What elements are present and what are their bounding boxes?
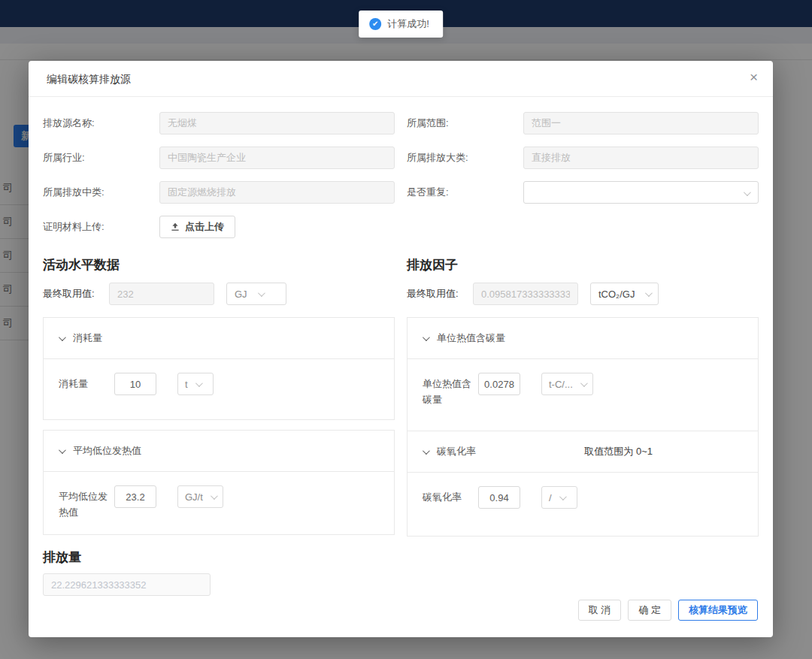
consumption-unit-select[interactable]: t xyxy=(177,373,214,395)
oxidation-rate-panel-header[interactable]: 碳氧化率 取值范围为 0~1 xyxy=(408,431,758,473)
carbon-content-unit-select[interactable]: t-C/... xyxy=(541,373,593,395)
oxidation-rate-unit-select[interactable]: / xyxy=(541,486,577,509)
collapse-chevron-icon xyxy=(423,447,430,455)
carbon-content-panel-body: 单位热值含碳量 t-C/... xyxy=(408,359,758,431)
dialog-header: 编辑碳核算排放源 × xyxy=(29,61,773,97)
upload-button-label: 点击上传 xyxy=(185,220,224,234)
confirm-button[interactable]: 确 定 xyxy=(628,600,671,621)
dialog-footer: 取 消 确 定 核算结果预览 xyxy=(29,600,773,637)
chevron-down-icon xyxy=(258,289,265,297)
heating-value-panel-header[interactable]: 平均低位发热值 xyxy=(44,431,394,472)
oxidation-rate-unit-value: / xyxy=(549,492,552,503)
carbon-content-panel-header[interactable]: 单位热值含碳量 xyxy=(408,318,758,359)
emission-major-category-label: 所属排放大类: xyxy=(407,151,523,165)
field-industry: 所属行业: xyxy=(43,147,395,169)
collapse-chevron-icon xyxy=(423,334,430,341)
emission-mid-category-input[interactable] xyxy=(159,181,395,204)
close-icon[interactable]: × xyxy=(750,70,758,84)
consumption-panel-title: 消耗量 xyxy=(73,331,102,345)
heating-value-row-label: 平均低位发热值 xyxy=(59,485,113,521)
field-emission-mid-category: 所属排放中类: xyxy=(43,181,395,204)
proof-upload-label: 证明材料上传: xyxy=(43,220,159,234)
is-duplicate-label: 是否重复: xyxy=(407,186,523,199)
collapse-chevron-icon xyxy=(59,334,66,341)
emission-amount-title: 排放量 xyxy=(43,549,759,566)
industry-input[interactable] xyxy=(159,147,395,169)
consumption-panel-body: 消耗量 t xyxy=(44,359,394,419)
cancel-button[interactable]: 取 消 xyxy=(578,600,622,621)
heating-value-unit-select[interactable]: GJ/t xyxy=(177,485,223,508)
consumption-panel-header[interactable]: 消耗量 xyxy=(44,318,394,359)
heating-value-panel: 平均低位发热值 平均低位发热值 GJ/t xyxy=(43,430,395,535)
preview-result-button[interactable]: 核算结果预览 xyxy=(678,600,758,621)
field-emission-major-category: 所属排放大类: xyxy=(407,147,759,169)
chevron-down-icon xyxy=(559,493,567,500)
factor-final-unit-select[interactable]: tCO₂/GJ xyxy=(590,283,659,305)
consumption-row-label: 消耗量 xyxy=(59,373,113,392)
factor-final-unit-value: tCO₂/GJ xyxy=(598,289,635,300)
chevron-down-icon xyxy=(580,379,588,387)
oxidation-rate-input[interactable] xyxy=(478,486,520,509)
chevron-down-icon xyxy=(744,189,751,196)
activity-data-section: 活动水平数据 最终取用值: GJ 消耗量 xyxy=(43,256,395,537)
factor-final-value-input[interactable] xyxy=(473,283,578,305)
heating-value-input[interactable] xyxy=(114,485,156,508)
dialog-title: 编辑碳核算排放源 xyxy=(47,73,131,85)
emission-mid-category-label: 所属排放中类: xyxy=(43,186,159,199)
activity-final-value-row: 最终取用值: GJ xyxy=(43,283,395,305)
consumption-unit-value: t xyxy=(185,379,188,390)
value-range-note: 取值范围为 0~1 xyxy=(584,445,743,458)
activity-final-unit-value: GJ xyxy=(235,289,247,300)
field-source-name: 排放源名称: xyxy=(43,112,395,135)
factor-section-title: 排放因子 xyxy=(407,256,759,274)
industry-label: 所属行业: xyxy=(43,151,159,165)
oxidation-rate-panel-title: 碳氧化率 xyxy=(437,445,476,458)
check-circle-icon: ✔ xyxy=(369,18,381,30)
oxidation-rate-row-label: 碳氧化率 xyxy=(423,486,477,506)
field-scope: 所属范围: xyxy=(407,112,759,135)
scope-label: 所属范围: xyxy=(407,116,523,130)
consumption-panel: 消耗量 消耗量 t xyxy=(43,317,395,420)
emission-factor-section: 排放因子 最终取用值: tCO₂/GJ 单位热值含碳量 xyxy=(407,256,759,537)
oxidation-rate-panel: 碳氧化率 取值范围为 0~1 碳氧化率 / xyxy=(407,431,759,537)
upload-button[interactable]: 点击上传 xyxy=(159,216,235,238)
upload-icon xyxy=(171,222,180,231)
field-is-duplicate: 是否重复: xyxy=(407,181,759,204)
success-toast: ✔ 计算成功! xyxy=(359,11,443,38)
basic-info-form: 排放源名称: 所属范围: 所属行业: 所属排放大类: 所属排放中类: 是否重复: xyxy=(43,112,759,250)
chevron-down-icon xyxy=(195,379,203,387)
toast-message: 计算成功! xyxy=(387,17,429,31)
source-name-label: 排放源名称: xyxy=(43,116,159,130)
activity-final-value-input[interactable] xyxy=(109,283,214,305)
factor-final-value-label: 最终取用值: xyxy=(407,287,473,301)
activity-final-unit-select[interactable]: GJ xyxy=(226,283,286,305)
heating-value-panel-body: 平均低位发热值 GJ/t xyxy=(44,472,394,534)
source-name-input[interactable] xyxy=(159,112,395,135)
collapse-chevron-icon xyxy=(59,446,66,454)
dialog-body: 排放源名称: 所属范围: 所属行业: 所属排放大类: 所属排放中类: 是否重复: xyxy=(29,97,773,600)
is-duplicate-select[interactable] xyxy=(523,181,759,204)
heating-value-unit-value: GJ/t xyxy=(185,491,203,503)
data-sections: 活动水平数据 最终取用值: GJ 消耗量 xyxy=(43,256,759,537)
emission-major-category-input[interactable] xyxy=(523,147,759,169)
chevron-down-icon xyxy=(211,492,218,500)
activity-section-title: 活动水平数据 xyxy=(43,256,395,274)
carbon-content-unit-value: t-C/... xyxy=(549,379,573,390)
heating-value-panel-title: 平均低位发热值 xyxy=(73,444,141,458)
activity-final-value-label: 最终取用值: xyxy=(43,287,109,301)
emission-amount-input[interactable] xyxy=(43,573,211,596)
consumption-input[interactable] xyxy=(114,373,156,395)
field-proof-upload: 证明材料上传: 点击上传 xyxy=(43,216,395,238)
chevron-down-icon xyxy=(645,289,653,297)
edit-emission-source-dialog: 编辑碳核算排放源 × 排放源名称: 所属范围: 所属行业: 所属排放大类: 所 xyxy=(29,61,773,637)
scope-input[interactable] xyxy=(523,112,759,135)
factor-final-value-row: 最终取用值: tCO₂/GJ xyxy=(407,283,759,305)
carbon-content-row-label: 单位热值含碳量 xyxy=(423,373,477,408)
carbon-content-panel: 单位热值含碳量 单位热值含碳量 t-C/... xyxy=(407,317,759,431)
carbon-content-panel-title: 单位热值含碳量 xyxy=(437,331,505,345)
oxidation-rate-panel-body: 碳氧化率 / xyxy=(408,473,758,536)
carbon-content-input[interactable] xyxy=(478,373,520,395)
